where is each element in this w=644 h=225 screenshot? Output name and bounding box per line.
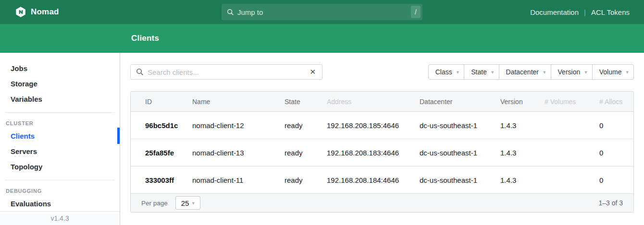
- jump-to-input[interactable]: [237, 8, 411, 16]
- page-title: Clients: [131, 34, 159, 43]
- clients-searchbox[interactable]: ✕: [130, 64, 322, 80]
- sidebar-footer: v1.4.3: [0, 211, 120, 225]
- filter-class-dropdown[interactable]: Class ▾: [428, 64, 465, 80]
- cell-id: 333003ff: [131, 176, 192, 184]
- sidebar-item-storage[interactable]: Storage: [0, 76, 120, 91]
- per-page-label: Per page: [141, 200, 168, 207]
- cell-version: 1.4.3: [500, 176, 545, 184]
- cell-datacenter: dc-us-southeast-1: [420, 149, 500, 157]
- chevron-down-icon: ▾: [543, 69, 546, 75]
- sidebar-item-evaluations[interactable]: Evaluations: [0, 196, 120, 211]
- chevron-down-icon: ▾: [584, 69, 587, 75]
- search-clients-input[interactable]: [148, 68, 308, 76]
- cell-state: ready: [285, 149, 327, 157]
- filter-volume-dropdown[interactable]: Volume ▾: [592, 64, 634, 80]
- cell-address: 192.168.208.183:4646: [327, 149, 420, 157]
- cell-name: nomad-client-11: [192, 176, 285, 184]
- column-header-id[interactable]: ID: [131, 98, 192, 106]
- column-header-name[interactable]: Name: [192, 98, 285, 106]
- cell-name: nomad-client-12: [192, 121, 285, 130]
- cell-address: 192.168.208.185:4646: [327, 121, 420, 130]
- cell-state: ready: [285, 121, 327, 130]
- table-footer: Per page 25 ▾ 1–3 of 3: [131, 194, 633, 212]
- filter-version-dropdown[interactable]: Version ▾: [551, 64, 593, 80]
- nomad-app: Nomad / Documentation | ACL Tokens Clien…: [0, 0, 644, 225]
- top-navbar: Nomad / Documentation | ACL Tokens: [0, 0, 644, 24]
- per-page-select[interactable]: 25 ▾: [175, 196, 200, 210]
- sidebar-item-label: Jobs: [11, 64, 27, 72]
- filter-group: Class ▾ State ▾ Datacenter ▾ Version ▾: [428, 64, 634, 80]
- cell-version: 1.4.3: [500, 121, 545, 130]
- filter-label: Datacenter: [506, 68, 539, 76]
- toolbar: ✕ Class ▾ State ▾ Datacenter ▾: [130, 64, 634, 80]
- sidebar-item-servers[interactable]: Servers: [0, 143, 120, 159]
- sidebar-item-clients[interactable]: Clients: [0, 128, 120, 143]
- column-header-allocs: # Allocs: [599, 98, 633, 106]
- clients-table: ID Name State Address Datacenter Version…: [130, 91, 634, 213]
- filter-datacenter-dropdown[interactable]: Datacenter ▾: [499, 64, 551, 80]
- filter-state-dropdown[interactable]: State ▾: [464, 64, 499, 80]
- section-label-debugging: DEBUGGING: [0, 186, 120, 196]
- cell-address: 192.168.208.184:4646: [327, 176, 420, 184]
- sidebar-item-label: Topology: [11, 163, 42, 171]
- documentation-link[interactable]: Documentation: [530, 8, 579, 16]
- column-header-datacenter[interactable]: Datacenter: [420, 98, 500, 106]
- acl-tokens-link[interactable]: ACL Tokens: [591, 8, 630, 16]
- cell-state: ready: [285, 176, 327, 184]
- filter-label: Version: [558, 68, 581, 76]
- sidebar-item-label: Storage: [11, 80, 37, 88]
- cell-allocs: 0: [599, 121, 633, 130]
- cell-name: nomad-client-13: [192, 149, 285, 157]
- cell-allocs: 0: [599, 176, 633, 184]
- chevron-down-icon: ▾: [491, 69, 494, 75]
- sidebar-item-variables[interactable]: Variables: [0, 91, 120, 107]
- search-icon: [136, 68, 144, 76]
- section-label-cluster: CLUSTER: [0, 118, 120, 128]
- column-header-address: Address: [327, 98, 420, 106]
- table-header-row: ID Name State Address Datacenter Version…: [131, 92, 633, 112]
- active-indicator: [117, 128, 120, 144]
- main-content: ✕ Class ▾ State ▾ Datacenter ▾: [120, 53, 644, 225]
- filter-label: Volume: [599, 68, 622, 76]
- topnav-links: Documentation | ACL Tokens: [530, 8, 644, 16]
- filter-label: State: [471, 68, 487, 76]
- table-row[interactable]: 25fa85fe nomad-client-13 ready 192.168.2…: [131, 139, 633, 166]
- clear-search-icon[interactable]: ✕: [308, 68, 317, 76]
- keyboard-shortcut-badge: /: [411, 6, 421, 18]
- search-icon: [227, 9, 234, 16]
- nomad-brand-link[interactable]: Nomad: [0, 6, 59, 18]
- brand-name: Nomad: [31, 7, 59, 17]
- link-separator: |: [584, 8, 586, 16]
- cell-datacenter: dc-us-southeast-1: [420, 121, 500, 130]
- sidebar-item-label: Variables: [11, 95, 42, 103]
- menu-divider: [5, 112, 115, 113]
- column-header-version[interactable]: Version: [500, 98, 545, 106]
- page-header-bar: Clients: [0, 24, 644, 53]
- jump-to-search[interactable]: /: [222, 4, 422, 20]
- sidebar-menu: Jobs Storage Variables CLUSTER Clients S…: [0, 53, 120, 211]
- table-row[interactable]: 96bc5d1c nomad-client-12 ready 192.168.2…: [131, 112, 633, 139]
- column-header-volumes: # Volumes: [545, 98, 599, 106]
- menu-divider: [5, 180, 115, 180]
- sidebar-item-topology[interactable]: Topology: [0, 159, 120, 174]
- pagination-range: 1–3 of 3: [598, 199, 623, 207]
- nomad-logo-icon: [15, 6, 26, 18]
- sidebar-item-jobs[interactable]: Jobs: [0, 60, 120, 76]
- chevron-down-icon: ▾: [626, 69, 629, 75]
- column-header-state[interactable]: State: [285, 98, 327, 106]
- sidebar-item-label: Evaluations: [11, 200, 51, 208]
- cell-version: 1.4.3: [500, 149, 545, 157]
- sidebar-item-label: Clients: [11, 132, 35, 140]
- cell-id: 96bc5d1c: [131, 121, 192, 130]
- per-page-value: 25: [181, 199, 189, 207]
- cell-allocs: 0: [599, 149, 633, 157]
- cell-id: 25fa85fe: [131, 149, 192, 157]
- filter-label: Class: [435, 68, 452, 76]
- sidebar-item-label: Servers: [11, 147, 37, 155]
- chevron-down-icon: ▾: [457, 69, 459, 75]
- chevron-down-icon: ▾: [192, 200, 195, 206]
- sidebar: Jobs Storage Variables CLUSTER Clients S…: [0, 53, 120, 225]
- table-row[interactable]: 333003ff nomad-client-11 ready 192.168.2…: [131, 166, 633, 194]
- cell-datacenter: dc-us-southeast-1: [420, 176, 500, 184]
- version-label: v1.4.3: [50, 214, 69, 222]
